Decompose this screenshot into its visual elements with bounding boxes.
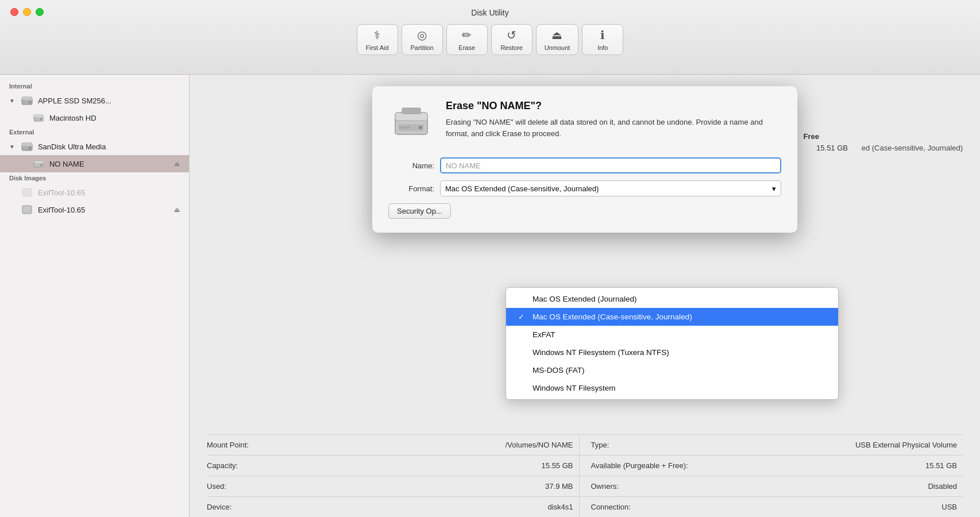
- window-title: Disk Utility: [471, 8, 508, 17]
- sidebar-item-macintosh-hd[interactable]: ▼Macintosh HD: [0, 109, 189, 126]
- dropdown-option-label: Mac OS Extended (Case-sensitive, Journal…: [533, 312, 692, 321]
- disk-icon: [21, 94, 33, 107]
- dropdown-option-label: MS-DOS (FAT): [533, 366, 585, 375]
- sidebar: Internal▼APPLE SSD SM256...▼Macintosh HD…: [0, 75, 190, 517]
- main-layout: Internal▼APPLE SSD SM256...▼Macintosh HD…: [0, 75, 980, 517]
- dialog-text: Erase "NO NAME"? Erasing "NO NAME" will …: [446, 100, 781, 146]
- sidebar-item-label: SanDisk Ultra Media: [38, 142, 106, 151]
- content-area: ed (Case-sensitive, Journaled) Free 15.5…: [190, 75, 980, 517]
- unmount-label: Unmount: [545, 44, 570, 51]
- disk-icon: [32, 157, 45, 170]
- dropdown-option-windows-nt-tuxera[interactable]: Windows NT Filesystem (Tuxera NTFS): [506, 344, 838, 361]
- svg-rect-1: [22, 97, 32, 100]
- format-dropdown-trigger[interactable]: Mac OS Extended (Case-sensitive, Journal…: [440, 180, 781, 196]
- partition-icon: ◎: [417, 28, 427, 42]
- sidebar-item-sandisk[interactable]: ▼SanDisk Ultra Media: [0, 138, 189, 155]
- svg-point-17: [419, 126, 422, 129]
- erase-dialog: Erase "NO NAME"? Erasing "NO NAME" will …: [372, 86, 797, 233]
- sidebar-item-exiftool-2[interactable]: ▼ExifTool-10.65⏏: [0, 201, 189, 218]
- dropdown-option-ms-dos[interactable]: MS-DOS (FAT): [506, 361, 838, 379]
- disk-icon: [21, 186, 33, 199]
- tree-arrow-icon: ▼: [9, 144, 15, 150]
- sidebar-item-label: ExifTool-10.65: [38, 206, 85, 214]
- name-input[interactable]: [440, 157, 781, 173]
- restore-label: Restore: [500, 44, 523, 51]
- svg-rect-19: [402, 108, 420, 114]
- partition-label: Partition: [410, 44, 433, 51]
- toolbar-btn-partition[interactable]: ◎ Partition: [402, 24, 443, 55]
- svg-point-5: [40, 118, 41, 120]
- svg-rect-7: [22, 143, 32, 146]
- info-icon: ℹ: [600, 28, 605, 42]
- name-label: Name:: [388, 161, 434, 170]
- toolbar-btn-restore[interactable]: ↺ Restore: [491, 24, 533, 55]
- sidebar-section-external: External: [0, 126, 189, 138]
- svg-point-2: [29, 101, 31, 103]
- erase-label: Erase: [458, 44, 475, 51]
- sidebar-item-label: NO NAME: [49, 160, 84, 168]
- checkmark-icon: ✓: [516, 312, 526, 321]
- maximize-button[interactable]: [36, 8, 44, 16]
- dropdown-option-windows-nt[interactable]: Windows NT Filesystem: [506, 379, 838, 397]
- dialog-header: Erase "NO NAME"? Erasing "NO NAME" will …: [388, 100, 781, 146]
- format-dropdown: Mac OS Extended (Journaled)✓Mac OS Exten…: [506, 287, 839, 400]
- format-row: Format: Mac OS Extended (Case-sensitive,…: [388, 180, 781, 196]
- format-selected-value: Mac OS Extended (Case-sensitive, Journal…: [445, 184, 599, 193]
- toolbar: ⚕ First Aid ◎ Partition ✏ Erase ↺ Restor…: [357, 24, 624, 55]
- svg-rect-10: [34, 161, 43, 163]
- sidebar-item-exiftool-1[interactable]: ▼ExifTool-10.65: [0, 184, 189, 201]
- disk-icon: [21, 140, 33, 153]
- chevron-down-icon: ▾: [772, 184, 776, 193]
- disk-image-icon: [388, 100, 434, 146]
- name-row: Name:: [388, 157, 781, 173]
- first-aid-label: First Aid: [366, 44, 389, 51]
- erase-icon: ✏: [462, 28, 472, 42]
- svg-point-11: [40, 164, 41, 166]
- restore-icon: ↺: [507, 28, 516, 42]
- svg-rect-18: [399, 126, 410, 129]
- eject-icon[interactable]: ⏏: [174, 206, 180, 214]
- svg-rect-13: [22, 206, 32, 214]
- info-label: Info: [597, 44, 608, 51]
- toolbar-btn-first-aid[interactable]: ⚕ First Aid: [357, 24, 398, 55]
- eject-icon[interactable]: ⏏: [174, 160, 180, 168]
- disk-icon: [21, 203, 33, 216]
- toolbar-btn-erase[interactable]: ✏ Erase: [446, 24, 488, 55]
- disk-icon: [32, 111, 45, 124]
- dropdown-option-mac-extended-case-journaled[interactable]: ✓Mac OS Extended (Case-sensitive, Journa…: [506, 308, 838, 326]
- svg-rect-12: [22, 188, 32, 196]
- sidebar-section-disk-images: Disk Images: [0, 172, 189, 184]
- tree-arrow-icon: ▼: [9, 98, 15, 104]
- sidebar-section-internal: Internal: [0, 80, 189, 92]
- security-row: Security Op...: [388, 203, 781, 219]
- dialog-description: Erasing "NO NAME" will delete all data s…: [446, 117, 781, 139]
- minimize-button[interactable]: [23, 8, 31, 16]
- svg-rect-4: [34, 115, 43, 117]
- sidebar-item-label: Macintosh HD: [49, 114, 97, 122]
- sidebar-item-apple-ssd[interactable]: ▼APPLE SSD SM256...: [0, 92, 189, 109]
- toolbar-btn-unmount[interactable]: ⏏ Unmount: [536, 24, 579, 55]
- dropdown-option-mac-extended-journaled[interactable]: Mac OS Extended (Journaled): [506, 290, 838, 308]
- sidebar-item-no-name[interactable]: ▼NO NAME⏏: [0, 155, 189, 172]
- dropdown-option-label: Windows NT Filesystem (Tuxera NTFS): [533, 348, 669, 357]
- close-button[interactable]: [10, 8, 18, 16]
- dropdown-option-exfat[interactable]: ExFAT: [506, 326, 838, 344]
- svg-point-8: [29, 147, 31, 149]
- dropdown-option-label: Windows NT Filesystem: [533, 384, 616, 392]
- dropdown-option-label: ExFAT: [533, 330, 555, 339]
- first-aid-icon: ⚕: [374, 28, 380, 42]
- toolbar-btn-info[interactable]: ℹ Info: [582, 24, 623, 55]
- title-bar: Disk Utility ⚕ First Aid ◎ Partition ✏ E…: [0, 0, 980, 75]
- unmount-icon: ⏏: [551, 28, 562, 42]
- window-controls: [10, 8, 44, 16]
- dropdown-option-label: Mac OS Extended (Journaled): [533, 295, 637, 303]
- sidebar-item-label: APPLE SSD SM256...: [38, 97, 111, 105]
- dialog-title: Erase "NO NAME"?: [446, 100, 781, 112]
- security-options-button[interactable]: Security Op...: [388, 203, 451, 219]
- format-label: Format:: [388, 184, 434, 193]
- dialog-body: Name: Format: Mac OS Extended (Case-sens…: [388, 157, 781, 219]
- sidebar-item-label: ExifTool-10.65: [38, 188, 85, 197]
